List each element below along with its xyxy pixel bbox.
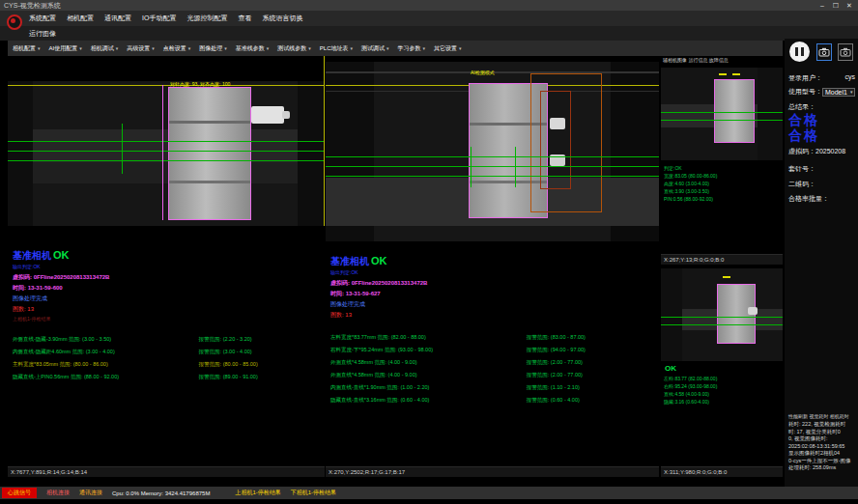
aux-camera1-result: 判定:OK 宽度:83.05 (80.00-86.00) 高度:4.60 (3.…	[664, 164, 717, 203]
measurement-value: 左料宽度*83.77mm 范围: (82.00 - 88.00)	[330, 331, 527, 344]
tool-baseline-params[interactable]: 基准线参数▾	[236, 44, 270, 53]
app-logo	[7, 14, 22, 30]
heartbeat-indicator[interactable]: 心跳信号	[2, 488, 37, 498]
virtual-code-row: 虚拟码：20250208	[788, 147, 855, 156]
result-done: 图像处理完成	[13, 294, 323, 303]
close-button[interactable]: ✕	[843, 0, 856, 11]
tool-other-settings[interactable]: 其它设置▾	[434, 44, 462, 53]
tool-test-debug[interactable]: 测试调试▾	[361, 44, 389, 53]
right-sidebar: 登录用户： cys 使用型号： Model1 ▾ 总结果： 合格 合格 虚拟码：…	[785, 39, 858, 487]
tool-image-process[interactable]: 图像处理▾	[199, 44, 227, 53]
aux-result-line: 直线:3.90 (3.00-3.50)	[664, 187, 717, 195]
part-block	[714, 79, 755, 143]
app-window: CYS-视觉检测系统 – ☐ ✕ 系统配置 相机配置 通讯配置 IO手动配置 光…	[0, 0, 858, 504]
tool-plc-address[interactable]: PLC地址表▾	[320, 44, 353, 53]
chevron-down-icon: ▾	[386, 45, 389, 51]
model-select[interactable]: Model1 ▾	[822, 88, 855, 97]
window-title: CYS-视觉检测系统	[4, 2, 61, 9]
result-subtitle: 输出判定:OK	[13, 264, 323, 269]
menu-io-manual[interactable]: IO手动配置	[142, 14, 176, 23]
camera2-result: 基准相机OK 输出判定:OK 虚拟码: 0FFline2025020813313…	[330, 251, 657, 406]
aux-result-line: PIN:0.56 (88.00-92.00)	[664, 195, 717, 203]
measurement-row: 隐藏直线-上PIN0.56mm 范围: (88.00 - 92.00)报警范围:…	[13, 371, 323, 383]
result-done: 图像处理完成	[330, 300, 657, 309]
measurement-value: 隐藏直线-直线*3.16mm 范围: (0.60 - 4.00)	[330, 394, 527, 406]
overlay-annotation: 对针高度: 93, 对齐高度: 100	[170, 81, 230, 87]
measurement-value: 右料宽度-下*95.24mm 范围: (93.00 - 98.00)	[330, 344, 527, 356]
aux-result-ok: OK	[665, 364, 676, 373]
menu-camera-config[interactable]: 相机配置	[67, 14, 94, 23]
status-bar: 心跳信号 相机连接 通讯连接 Cpu: 0.0% Memory: 3424.41…	[0, 487, 858, 499]
model-row: 使用型号： Model1 ▾	[788, 87, 855, 97]
aux-result-line: 隐藏:3.16 (0.60-4.00)	[664, 398, 717, 406]
shiny-spot	[748, 307, 758, 315]
comm-link-indicator: 通讯连接	[79, 489, 102, 497]
aux-result-line: 宽度:83.05 (80.00-86.00)	[664, 172, 717, 180]
result-title: 基准相机	[330, 256, 369, 266]
tool-camera-debug[interactable]: 相机调试▾	[91, 44, 119, 53]
result-time: 时间: 13-31-59-627	[330, 290, 657, 298]
tool-spot-check[interactable]: 点检设置▾	[163, 44, 191, 53]
connector-tip	[282, 111, 290, 119]
window-controls: – ☐ ✕	[815, 0, 856, 11]
menu-light-control[interactable]: 光源控制配置	[186, 14, 227, 23]
measurement-row: 外侧直线-隐藏-3.90mm 范围: (3.00 - 3.50)报警范围: (2…	[13, 333, 323, 346]
image-band	[8, 129, 325, 162]
camera1-image[interactable]: 对针高度: 93, 对齐高度: 100	[8, 81, 325, 226]
menu-system-config[interactable]: 系统配置	[29, 14, 56, 23]
chevron-down-icon: ▾	[152, 45, 155, 51]
performance-stats-header: 性能刷新 视觉耗时 相机耗时	[788, 413, 855, 419]
alarm-range: 报警范围: (80.00 - 85.00)	[199, 358, 258, 371]
aux-result-line: 左料:83.77 (82.00-88.00)	[664, 375, 717, 382]
stat-line: 显示图像耗时2相机04	[788, 450, 855, 458]
menu-comm-config[interactable]: 通讯配置	[104, 14, 131, 23]
aux-camera1-image[interactable]	[661, 68, 783, 160]
menu-language[interactable]: 系统语言切换	[262, 14, 302, 23]
maximize-button[interactable]: ☐	[829, 0, 843, 11]
result-ok-badge: OK	[53, 249, 70, 261]
image-shadow	[661, 268, 682, 361]
image-shadow	[8, 81, 33, 226]
tool-testline-params[interactable]: 测试线参数▾	[277, 44, 311, 53]
camera-select-button-2[interactable]	[838, 43, 853, 61]
camera-select-button-1[interactable]	[816, 43, 832, 61]
guide-line-yellow	[8, 85, 325, 86]
measure-line-green	[326, 166, 659, 167]
pause-button[interactable]	[789, 42, 810, 62]
connector-part	[251, 106, 284, 124]
chevron-down-icon: ▾	[224, 45, 227, 51]
result-title: 基准相机	[13, 250, 51, 261]
image-shadow	[758, 68, 783, 160]
tool-label: 图像处理	[199, 44, 222, 53]
camera2-image[interactable]: AI检测模式	[326, 62, 659, 241]
chevron-down-icon: ▾	[850, 89, 853, 95]
tab-run-image[interactable]: 运行图像	[0, 26, 858, 41]
tool-ai-config[interactable]: AI使用配置▾	[49, 44, 82, 53]
camera-icon	[818, 47, 830, 57]
roi-rect-red	[540, 91, 571, 189]
measurement-value: 内侧直线-隐藏距4.60mm 范围: (3.00 - 4.00)	[13, 346, 199, 358]
tool-camera-config[interactable]: 相机配置▾	[13, 44, 41, 53]
chevron-down-icon: ▾	[188, 45, 191, 51]
result-count: 图数: 13	[330, 311, 657, 320]
minimize-button[interactable]: –	[815, 0, 829, 11]
chevron-down-icon: ▾	[308, 45, 311, 51]
menu-view[interactable]: 查看	[238, 14, 251, 23]
alarm-range: 报警范围: (2.20 - 3.20)	[199, 333, 252, 346]
result-time: 时间: 13-31-59-600	[13, 284, 323, 293]
aux-camera2-image[interactable]	[661, 268, 783, 361]
tool-advanced-settings[interactable]: 高级设置▾	[127, 44, 155, 53]
aux-result-line: 判定:OK	[664, 164, 717, 172]
tool-learn-params[interactable]: 学习参数▾	[398, 44, 426, 53]
pass-rate-label: 合格率批量：	[788, 194, 855, 204]
total-result-value: 合格 合格	[788, 112, 855, 143]
tool-label: PLC地址表	[320, 44, 349, 53]
alarm-range: 报警范围: (2.00 - 77.00)	[527, 369, 583, 381]
chevron-down-icon: ▾	[38, 45, 41, 51]
menu-bar: 系统配置 相机配置 通讯配置 IO手动配置 光源控制配置 查看 系统语言切换	[0, 11, 858, 26]
needle-number-label: 套针号：	[788, 164, 855, 174]
chevron-down-icon: ▾	[79, 45, 82, 51]
alarm-range: 报警范围: (3.00 - 4.00)	[199, 346, 252, 358]
chevron-down-icon: ▾	[459, 45, 462, 51]
measurement-row: 隐藏直线-直线*3.16mm 范围: (0.60 - 4.00)报警范围: (0…	[330, 394, 657, 406]
